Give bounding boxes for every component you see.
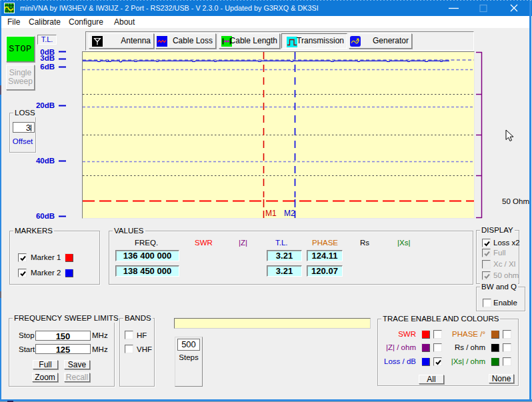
svg-text:M1: M1 xyxy=(265,209,277,218)
svg-text:M2: M2 xyxy=(284,209,295,218)
